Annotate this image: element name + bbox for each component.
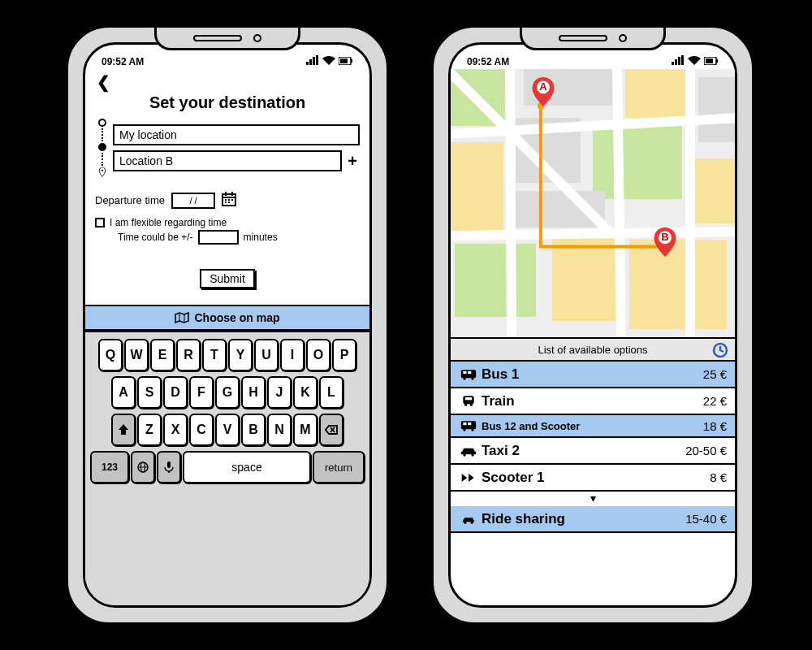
scoot-icon [459,471,478,484]
option-row-bus-0[interactable]: Bus 125 € [451,362,735,388]
svg-rect-46 [706,58,713,63]
svg-rect-52 [698,77,735,142]
notch [520,28,666,50]
key-k[interactable]: K [293,376,317,409]
key-g[interactable]: G [215,376,240,409]
more-options-indicator[interactable]: ▾ [451,492,735,506]
key-p[interactable]: P [332,339,356,371]
share-icon [459,513,478,526]
map-view[interactable]: A B [451,69,735,337]
key-x[interactable]: X [163,414,188,446]
flex-pre-label: Time could be +/- [118,232,193,243]
option-name: Taxi 2 [482,443,685,459]
status-time: 09:52 AM [467,56,509,67]
key-globe[interactable] [131,451,155,483]
svg-rect-15 [306,62,309,65]
submit-button[interactable]: Submit [200,269,255,288]
key-q[interactable]: Q [98,339,123,371]
option-name: Train [482,393,703,410]
key-h[interactable]: H [241,376,266,409]
svg-rect-28 [228,199,230,201]
screen-left: 09:52 AM ❮ Set your destination [83,42,372,608]
key-n[interactable]: N [267,414,292,446]
destination-input[interactable]: Location B [113,150,342,171]
option-price: 8 € [710,470,727,484]
map-marker-a[interactable]: A [532,77,555,106]
map-marker-b[interactable]: B [654,228,676,257]
key-b[interactable]: B [241,414,266,446]
key-j[interactable]: J [267,376,292,409]
key-numbers[interactable]: 123 [90,451,129,483]
svg-rect-27 [225,199,227,201]
choose-on-map-button[interactable]: Choose on map [85,305,369,331]
key-v[interactable]: V [215,414,240,446]
key-space[interactable]: space [183,451,311,483]
option-name: Ride sharing [482,511,685,527]
key-d[interactable]: D [163,376,188,409]
svg-rect-25 [225,192,227,196]
phone-right-frame: 09:52 AM [430,24,755,626]
option-name: Bus 1 [482,366,703,383]
departure-date-input[interactable]: / / [171,193,215,209]
key-y[interactable]: Y [228,339,253,371]
option-row-bus-2[interactable]: Bus 12 and Scooter18 € [451,415,735,438]
svg-rect-57 [455,244,536,317]
svg-rect-39 [167,462,171,468]
flexible-checkbox[interactable] [95,218,105,228]
keyboard: QWERTYUIOP ASDFGHJKL ZXCVBNM 123 space r… [85,331,369,605]
option-row-share-5[interactable]: Ride sharing15-40 € [451,506,735,533]
option-row-train-1[interactable]: Train22 € [451,388,735,415]
marker-b-label: B [654,231,676,243]
key-m[interactable]: M [293,414,317,446]
map-icon [175,312,189,323]
key-mic[interactable] [157,451,181,483]
key-e[interactable]: E [150,339,175,371]
key-return[interactable]: return [313,451,365,483]
train-icon [459,395,478,408]
svg-rect-56 [690,158,735,223]
option-row-scoot-4[interactable]: Scooter 18 € [451,465,735,492]
option-name: Scooter 1 [482,470,710,486]
battery-icon [339,56,353,67]
key-t[interactable]: T [202,339,227,371]
key-backspace[interactable] [319,414,343,446]
option-price: 25 € [703,367,727,381]
option-row-taxi-3[interactable]: Taxi 220-50 € [451,438,735,465]
svg-rect-55 [593,126,682,199]
svg-line-63 [510,69,512,337]
key-l[interactable]: L [319,376,343,409]
origin-input[interactable]: My location [113,124,360,145]
svg-rect-30 [225,202,227,203]
marker-a-label: A [532,80,555,93]
screen-right: 09:52 AM [448,42,737,608]
svg-rect-18 [316,55,318,65]
options-header: List of available options [451,337,735,362]
svg-rect-16 [309,59,312,65]
key-i[interactable]: I [280,339,304,371]
key-shift[interactable] [111,414,136,446]
key-u[interactable]: U [254,339,279,371]
key-f[interactable]: F [189,376,214,409]
sort-by-time-button[interactable] [712,342,728,358]
bus-icon [459,419,478,432]
signal-icon [306,55,319,67]
flex-minutes-input[interactable] [198,230,239,245]
back-button[interactable]: ❮ [95,72,360,92]
svg-rect-59 [629,240,727,329]
key-o[interactable]: O [306,339,330,371]
key-c[interactable]: C [189,414,214,446]
key-z[interactable]: Z [137,414,162,446]
bus-icon [459,368,478,381]
key-r[interactable]: R [176,339,201,371]
key-s[interactable]: S [137,376,162,409]
svg-rect-26 [231,192,233,196]
key-w[interactable]: W [124,339,149,371]
status-time: 09:52 AM [102,56,144,67]
svg-rect-44 [681,55,684,65]
calendar-icon[interactable] [222,192,236,209]
options-list: Bus 125 €Train22 €Bus 12 and Scooter18 €… [451,362,735,533]
add-destination-button[interactable]: + [345,152,360,171]
key-a[interactable]: A [111,376,136,409]
svg-rect-58 [552,232,617,321]
svg-rect-31 [228,202,230,203]
